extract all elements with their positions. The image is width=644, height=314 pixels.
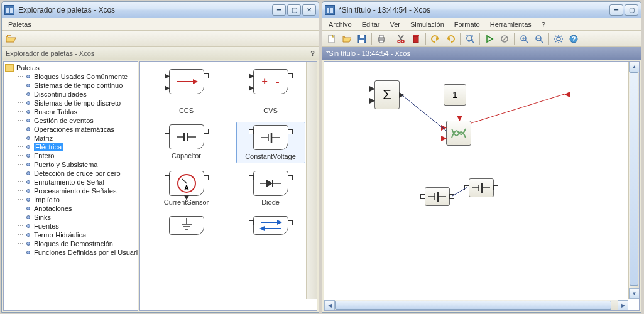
settings-button[interactable] bbox=[552, 32, 565, 46]
palette-grid-panel[interactable]: + - CCS CVS bbox=[139, 61, 317, 311]
print-button[interactable] bbox=[374, 32, 388, 46]
svg-rect-32 bbox=[379, 40, 383, 43]
subheader: *Sin título - 13:44:54 - Xcos bbox=[322, 47, 641, 60]
palette-item[interactable] bbox=[236, 214, 305, 237]
svg-line-61 bbox=[555, 41, 557, 42]
palette-item[interactable]: CCS bbox=[152, 104, 221, 117]
scroll-right-button[interactable]: ▶ bbox=[618, 300, 628, 311]
svg-point-41 bbox=[467, 36, 472, 41]
tree-item[interactable]: ⋯Sinks bbox=[5, 213, 136, 222]
svg-line-60 bbox=[561, 41, 562, 42]
menu-palettes[interactable]: Paletas bbox=[4, 19, 35, 30]
sum-block[interactable]: Σ bbox=[374, 80, 400, 109]
help-button[interactable]: ? bbox=[310, 50, 315, 57]
tree-item-label: Entero bbox=[34, 152, 54, 160]
tree-item[interactable]: ⋯Eléctrica bbox=[5, 143, 136, 151]
menu-archivo[interactable]: Archivo bbox=[325, 19, 356, 30]
minimize-button[interactable]: ━ bbox=[609, 4, 623, 16]
cut-button[interactable] bbox=[394, 32, 408, 46]
svg-point-54 bbox=[557, 37, 560, 41]
const-block[interactable]: 1 bbox=[444, 84, 466, 106]
tree-root[interactable]: Paletas bbox=[5, 63, 136, 72]
palette-item-capacitor[interactable]: Capacitor bbox=[152, 122, 221, 163]
palette-item[interactable] bbox=[152, 67, 221, 99]
undo-button[interactable] bbox=[428, 32, 442, 46]
bullet-icon bbox=[26, 215, 30, 219]
palette-tree[interactable]: Paletas ⋯Bloques Usados Comúnmente⋯Siste… bbox=[3, 61, 138, 311]
tree-item[interactable]: ⋯Enrutamiento de Señal bbox=[5, 178, 136, 187]
new-button[interactable] bbox=[325, 32, 339, 46]
close-button[interactable]: ✕ bbox=[302, 4, 316, 16]
tree-item[interactable]: ⋯Anotaciones bbox=[5, 204, 136, 213]
tree-item[interactable]: ⋯Operaciones matemáticas bbox=[5, 125, 136, 134]
palette-item-constantvoltage[interactable]: ConstantVoltage bbox=[236, 122, 305, 163]
tree-item[interactable]: ⋯Puerto y Subsistema bbox=[5, 160, 136, 169]
fit-button[interactable] bbox=[463, 32, 477, 46]
tree-item[interactable]: ⋯Fuentes bbox=[5, 222, 136, 230]
menu-formato[interactable]: Formato bbox=[450, 19, 484, 30]
open-button[interactable] bbox=[4, 32, 18, 46]
menu-help[interactable]: ? bbox=[538, 19, 549, 30]
tree-item[interactable]: ⋯Buscar Tablas bbox=[5, 107, 136, 116]
delete-button[interactable] bbox=[409, 32, 423, 46]
tree-item[interactable]: ⋯Implícito bbox=[5, 195, 136, 204]
bullet-icon bbox=[26, 75, 30, 78]
maximize-button[interactable]: ▢ bbox=[625, 4, 638, 16]
save-button[interactable] bbox=[355, 32, 369, 46]
folder-open-icon bbox=[6, 34, 17, 44]
constantvoltage-block-2[interactable] bbox=[469, 178, 494, 197]
menu-herramientas[interactable]: Herramientas bbox=[486, 19, 535, 30]
unconnected-port[interactable] bbox=[564, 92, 570, 98]
tree-item[interactable]: ⋯Matriz bbox=[5, 134, 136, 143]
scroll-thumb[interactable] bbox=[630, 72, 638, 286]
scrollbar-vertical[interactable]: ▲ ▼ bbox=[628, 62, 639, 299]
tree-item[interactable]: ⋯Entero bbox=[5, 151, 136, 160]
constantvoltage-block-1[interactable] bbox=[425, 187, 450, 206]
palette-item-currentsensor[interactable]: A CurrentSensor bbox=[152, 168, 221, 208]
scrollbar-horizontal[interactable]: ◀ ▶ bbox=[324, 300, 628, 310]
redo-button[interactable] bbox=[444, 32, 457, 46]
menu-editar[interactable]: Editar bbox=[358, 19, 384, 30]
tree-item[interactable]: ⋯Discontinuidades bbox=[5, 90, 136, 99]
tree-item[interactable]: ⋯Gestión de eventos bbox=[5, 116, 136, 125]
scrollbar-vertical[interactable] bbox=[306, 62, 317, 299]
zoom-out-button[interactable] bbox=[532, 32, 546, 46]
menu-ver[interactable]: Ver bbox=[386, 19, 404, 30]
scroll-up-button[interactable]: ▲ bbox=[629, 62, 640, 72]
minimize-button[interactable]: ━ bbox=[272, 4, 286, 16]
tree-item-label: Puerto y Subsistema bbox=[34, 161, 98, 168]
open-button[interactable] bbox=[340, 32, 354, 46]
svg-rect-28 bbox=[360, 35, 364, 38]
scroll-down-button[interactable]: ▼ bbox=[629, 288, 640, 299]
titlebar[interactable]: Explorador de paletas - Xcos ━ ▢ ✕ bbox=[2, 2, 319, 18]
tree-item-label: Bloques de Demostración bbox=[34, 240, 113, 247]
tree-item[interactable]: ⋯Termo-Hidráulica bbox=[5, 230, 136, 239]
help-button[interactable]: ? bbox=[567, 32, 581, 46]
diagram-canvas[interactable]: Σ 1 bbox=[324, 61, 640, 311]
tree-item[interactable]: ⋯Sistemas de tiempo continuo bbox=[5, 81, 136, 90]
menu-simulacion[interactable]: Simulación bbox=[407, 19, 448, 30]
tree-item[interactable]: ⋯Sistemas de tiempo discreto bbox=[5, 99, 136, 107]
palette-item-diode[interactable]: Diode bbox=[236, 168, 305, 208]
scroll-left-button[interactable]: ◀ bbox=[324, 300, 335, 311]
svg-rect-37 bbox=[413, 36, 418, 43]
tree-item[interactable]: ⋯Procesamiento de Señales bbox=[5, 187, 136, 195]
svg-marker-22 bbox=[277, 220, 282, 225]
tree-item[interactable]: ⋯Bloques de Demostración bbox=[5, 239, 136, 248]
titlebar[interactable]: *Sin título - 13:44:54 - Xcos ━ ▢ bbox=[322, 2, 641, 18]
tree-item-label: Enrutamiento de Señal bbox=[34, 178, 104, 186]
run-button[interactable] bbox=[483, 32, 496, 46]
tree-item[interactable]: ⋯Detección de cruce por cero bbox=[5, 169, 136, 178]
tree-item[interactable]: ⋯Funciones Definidas por el Usuario bbox=[5, 248, 136, 257]
maximize-button[interactable]: ▢ bbox=[287, 4, 301, 16]
palette-item[interactable]: CVS bbox=[236, 104, 305, 117]
scroll-thumb[interactable] bbox=[335, 301, 611, 310]
stop-button[interactable] bbox=[498, 32, 511, 46]
svg-marker-1 bbox=[193, 79, 198, 84]
tree-item[interactable]: ⋯Bloques Usados Comúnmente bbox=[5, 72, 136, 81]
toolbar: ? bbox=[322, 31, 641, 47]
palette-item[interactable]: + - bbox=[236, 67, 305, 99]
zoom-in-button[interactable] bbox=[517, 32, 531, 46]
palette-item[interactable] bbox=[152, 214, 221, 237]
scope-block[interactable] bbox=[446, 121, 471, 146]
